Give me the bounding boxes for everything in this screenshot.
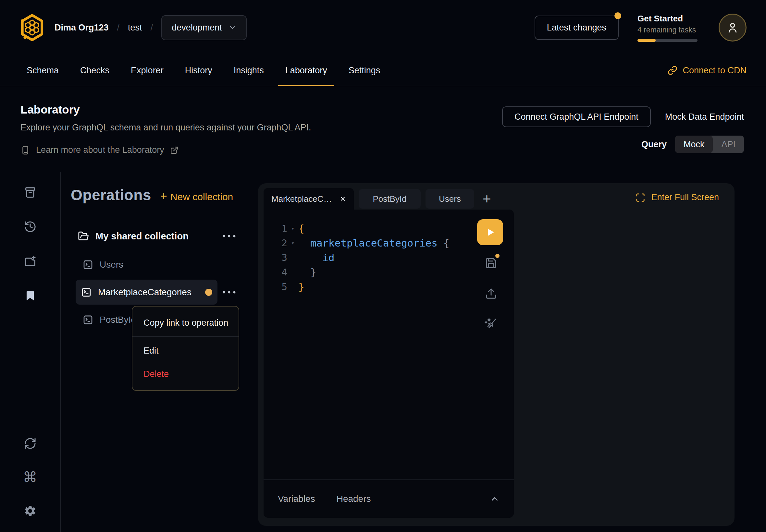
code-line: 3 id <box>263 250 514 265</box>
fullscreen-icon <box>636 193 645 202</box>
mode-api-option[interactable]: API <box>713 136 744 153</box>
code-area[interactable]: 1 ▾ { 2 ▾ marketplaceCategories { 3 id 4 <box>263 210 514 294</box>
learn-more-link[interactable]: Learn more about the Laboratory <box>20 145 311 155</box>
workspace-tab-postbyid[interactable]: PostById <box>359 189 421 209</box>
folder-open-icon <box>78 231 89 242</box>
page-title: Laboratory <box>20 103 311 116</box>
get-started-subtitle: 4 remaining tasks <box>638 26 699 34</box>
context-menu-copy-link[interactable]: Copy link to operation <box>132 311 238 334</box>
top-header: Dima Org123 / test / development Latest … <box>0 0 766 55</box>
run-query-button[interactable] <box>477 219 503 245</box>
fold-arrow-icon[interactable]: ▾ <box>287 221 298 236</box>
mode-mock-option[interactable]: Mock <box>675 136 713 153</box>
schema-archive-icon[interactable] <box>24 186 37 199</box>
tab-explorer[interactable]: Explorer <box>124 55 171 86</box>
save-icon[interactable] <box>485 257 497 269</box>
get-started-widget[interactable]: Get Started 4 remaining tasks <box>638 14 699 42</box>
editor-footer: Variables Headers <box>263 479 514 518</box>
query-mode-toggle: Mock API <box>675 136 744 153</box>
code-line: 2 ▾ marketplaceCategories { <box>263 236 514 250</box>
operations-title: Operations <box>71 186 151 204</box>
graphql-editor[interactable]: 1 ▾ { 2 ▾ marketplaceCategories { 3 id 4 <box>263 210 514 518</box>
connect-graphql-endpoint-button[interactable]: Connect GraphQL API Endpoint <box>502 106 651 127</box>
endpoint-actions: Connect GraphQL API Endpoint Mock Data E… <box>502 106 744 127</box>
plus-icon: + <box>160 189 167 203</box>
operation-context-menu: Copy link to operation Edit Delete <box>132 306 239 391</box>
hive-logo-icon[interactable] <box>19 14 45 42</box>
operation-item-users[interactable]: Users <box>76 253 217 276</box>
tab-settings[interactable]: Settings <box>341 55 388 86</box>
operation-more-options-icon[interactable] <box>222 291 236 294</box>
shortcuts-icon[interactable]: ⌘ <box>23 470 37 484</box>
environment-selector[interactable]: development <box>161 15 247 40</box>
book-icon <box>20 145 30 155</box>
fold-spacer <box>287 280 298 294</box>
collection-header[interactable]: My shared collection <box>76 226 217 247</box>
get-started-title: Get Started <box>638 14 699 24</box>
tab-checks[interactable]: Checks <box>73 55 116 86</box>
intro-left: Laboratory Explore your GraphQL schema a… <box>20 103 311 172</box>
variables-tab[interactable]: Variables <box>278 494 315 504</box>
rail-top-group <box>24 186 37 302</box>
connect-to-cdn-link[interactable]: Connect to CDN <box>668 55 747 86</box>
tab-schema[interactable]: Schema <box>19 55 66 86</box>
workspace-tab-marketplacecategories[interactable]: MarketplaceC… <box>263 188 354 210</box>
connect-to-cdn-label: Connect to CDN <box>683 66 747 76</box>
code-token: } <box>310 265 316 280</box>
close-icon[interactable] <box>339 196 346 202</box>
bookmark-icon[interactable] <box>24 289 36 302</box>
operation-icon <box>83 260 93 270</box>
unsaved-dot <box>495 254 500 258</box>
context-menu-divider <box>132 336 238 337</box>
line-number: 5 <box>263 280 287 294</box>
mock-data-endpoint-button[interactable]: Mock Data Endpoint <box>665 112 744 122</box>
new-folder-icon[interactable] <box>24 255 37 268</box>
code-token: marketplaceCategories <box>310 236 438 250</box>
line-number: 2 <box>263 236 287 250</box>
latest-changes-wrap: Latest changes <box>535 16 619 40</box>
operation-item-marketplacecategories[interactable]: MarketplaceCategories <box>76 280 217 305</box>
collection-name: My shared collection <box>95 231 188 242</box>
brand: Dima Org123 / test / development <box>19 14 247 42</box>
intro-right: Connect GraphQL API Endpoint Mock Data E… <box>502 103 744 172</box>
unsaved-changes-dot <box>205 289 212 296</box>
user-avatar[interactable] <box>719 14 747 42</box>
operation-label: PostById <box>100 315 136 325</box>
left-icon-rail: ⌘ <box>0 172 61 532</box>
tab-history[interactable]: History <box>178 55 219 86</box>
get-started-progress-track <box>638 39 698 42</box>
fold-arrow-icon[interactable]: ▾ <box>287 236 298 250</box>
workspace-tab-users[interactable]: Users <box>426 189 474 209</box>
history-icon[interactable] <box>24 220 37 233</box>
code-token: id <box>322 250 334 265</box>
code-token: { <box>298 221 304 236</box>
operation-icon <box>83 315 93 325</box>
external-link-icon <box>170 146 178 154</box>
chevron-up-icon[interactable] <box>490 494 500 504</box>
line-number: 1 <box>263 221 287 236</box>
new-collection-button[interactable]: +New collection <box>160 189 233 203</box>
refresh-icon[interactable] <box>24 437 37 450</box>
latest-changes-button[interactable]: Latest changes <box>535 16 619 40</box>
breadcrumb-project[interactable]: test <box>128 23 142 33</box>
add-tab-button[interactable]: + <box>483 188 491 210</box>
context-menu-edit[interactable]: Edit <box>132 339 238 362</box>
breadcrumb-org[interactable]: Dima Org123 <box>55 23 109 33</box>
query-mode-row: Query Mock API <box>641 136 744 153</box>
operation-label: Users <box>100 260 123 270</box>
operation-icon <box>81 287 91 297</box>
collection-more-options-icon[interactable] <box>222 235 236 238</box>
tab-laboratory[interactable]: Laboratory <box>278 55 334 86</box>
prettify-icon[interactable] <box>483 316 498 331</box>
headers-tab[interactable]: Headers <box>336 494 371 504</box>
workspace-tabs: MarketplaceC… PostById Users + <box>263 188 491 210</box>
share-icon[interactable] <box>485 287 497 300</box>
gear-icon[interactable] <box>24 504 37 517</box>
new-collection-label: New collection <box>170 191 233 202</box>
tab-insights[interactable]: Insights <box>226 55 271 86</box>
notification-dot <box>614 12 621 19</box>
enter-fullscreen-button[interactable]: Enter Full Screen <box>636 192 719 202</box>
context-menu-delete[interactable]: Delete <box>132 362 238 386</box>
user-icon <box>726 21 739 34</box>
laboratory-main: ⌘ Operations +New collection My shared c… <box>0 172 766 532</box>
